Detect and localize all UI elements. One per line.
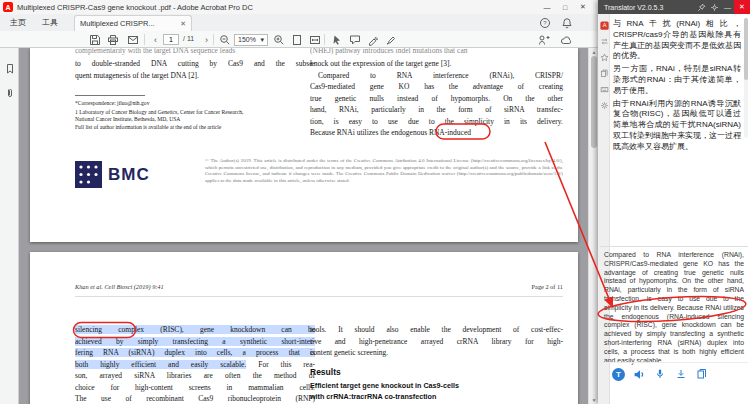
minimize-button[interactable]: — (538, 0, 556, 14)
settings-icon[interactable] (708, 0, 721, 14)
translator-panel: Translator V2.0.5.3 — ✕ A (598, 0, 750, 404)
speaker-icon[interactable] (632, 367, 646, 381)
pdf-text-line: tools. It should also enable the develop… (310, 325, 563, 335)
copyright-text: © The Author(s) 2019. This article is di… (205, 158, 563, 184)
menu-home[interactable]: 主页 (6, 14, 30, 31)
svg-text:?: ? (543, 20, 547, 26)
running-head: Khan et al. Cell Biosci (2019) 9:41 (75, 283, 164, 290)
source-text-english[interactable]: Compared to RNA interference (RNAi), CRI… (604, 251, 744, 365)
footnote-separator (75, 95, 145, 96)
translation-output-chinese[interactable]: 与RNA干扰(RNAi)相比，CRISPR/cas9介导的基因敲除具有产生真正的… (613, 19, 741, 155)
document-view[interactable]: complementarity with the target DNA sequ… (19, 48, 598, 404)
pdf-text-line: The use of recombinant Cas9 ribonucleopr… (75, 394, 315, 404)
pdf-text-line: complementarity with the target DNA sequ… (75, 48, 315, 56)
copy-icon[interactable] (599, 68, 610, 79)
microphone-icon[interactable] (653, 367, 667, 381)
translation-paragraph: 由于RNAi利用内源的RNA诱导沉默复合物(RISC)，基因敲低可以通过简单地将… (613, 99, 741, 153)
pdf-text-line-selected: fering RNA (siRNA) duplex into cells, a … (75, 348, 315, 358)
pdf-text-line-rna-induced: Because RNAi utilizes the endogenous RNA… (310, 128, 563, 138)
panel-footer-toolbar: T (612, 366, 709, 382)
panel-divider (600, 246, 748, 247)
zoom-out-icon[interactable] (218, 33, 231, 46)
swap-languages-icon[interactable] (599, 36, 610, 47)
acrobat-window: A Multiplexed CRISPR-Cas9 gene knockout … (0, 0, 750, 404)
panel-scrollbar-thumb[interactable] (744, 18, 748, 80)
document-tab-label: Multiplexed CRISPR... (80, 19, 155, 28)
email-icon[interactable] (126, 33, 139, 46)
page-number-input[interactable] (163, 34, 179, 45)
pdf-text-line: Compared to RNA interference (RNAi), CRI… (310, 71, 563, 81)
page-number-label: Page 2 of 11 (532, 283, 563, 290)
pdf-page-1: complementarity with the target DNA sequ… (30, 48, 578, 242)
scrollbar-thumb[interactable] (591, 56, 597, 148)
comment-icon[interactable] (348, 33, 361, 46)
translation-paragraph: 另一方面，RNAi，特别是siRNA转染形式的RNAi：由于其传递简单，易于使用… (613, 64, 741, 96)
zoom-in-icon[interactable] (272, 33, 285, 46)
pdf-text-line: tive and high-penetrance arrayed crRNA l… (310, 337, 563, 347)
results-subheading: with crRNA:tracrRNA co-transfection (310, 392, 436, 401)
pdf-text-line: choice for high-content screens in mamma… (75, 383, 315, 393)
highlighter-icon[interactable] (366, 33, 379, 46)
fit-width-icon[interactable] (308, 33, 321, 46)
pdf-text-line: son, arrayed siRNA libraries are often t… (75, 371, 315, 381)
pdf-page-2: Khan et al. Cell Biosci (2019) 9:41 Page… (30, 252, 578, 404)
copy-result-icon[interactable] (695, 367, 709, 381)
document-scrollbar[interactable]: ▲ ▼ (588, 48, 598, 404)
pdf-text-line: Cas9-mediated gene KO has the advantage … (310, 82, 563, 92)
pdf-text-line: true genetic nulls instead of hypomorphs… (310, 94, 563, 104)
previous-page-icon[interactable]: ‹ (149, 33, 162, 46)
document-tab[interactable]: Multiplexed CRISPR... ✕ (74, 15, 192, 31)
window-title: Multiplexed CRISPR-Cas9 gene knockout .p… (17, 3, 253, 12)
next-page-icon[interactable]: › (200, 33, 213, 46)
bmc-logo-text: BMC (108, 165, 150, 185)
bookmark-icon[interactable] (3, 62, 16, 75)
panel-minimize-icon[interactable]: — (721, 0, 734, 14)
page-header: Khan et al. Cell Biosci (2019) 9:41 Page… (75, 283, 563, 290)
tab-close-icon[interactable]: ✕ (180, 20, 186, 28)
pdf-text-line: to double-stranded DNA cutting by Cas9 a… (75, 59, 315, 69)
bell-icon[interactable] (560, 16, 574, 30)
star-icon[interactable] (599, 52, 610, 63)
select-tool-icon[interactable] (330, 33, 343, 46)
attachment-icon[interactable] (3, 86, 16, 99)
download-icon[interactable] (674, 367, 688, 381)
pdf-text-line: knock out the expression of the target g… (310, 59, 563, 69)
svg-text:A: A (602, 22, 606, 28)
pdf-text-line: tion, is easy to use due to the simplici… (310, 117, 563, 127)
pdf-text-line-selected: silencing complex (RISC), gene knockdown… (75, 325, 315, 335)
results-subheading: Efficient target gene knockout in Cas9-c… (310, 381, 459, 390)
fit-page-icon[interactable] (290, 33, 303, 46)
print-icon[interactable] (106, 33, 119, 46)
panel-scrollbar[interactable] (744, 18, 748, 138)
panel-close-button[interactable]: ✕ (734, 0, 750, 14)
translator-title-bar: Translator V2.0.5.3 — ✕ (598, 0, 750, 14)
acrobat-logo-icon: A (3, 2, 13, 12)
scroll-down-icon[interactable]: ▼ (589, 397, 598, 403)
menu-tools[interactable]: 工具 (38, 14, 62, 31)
panel-footer-divider (600, 362, 748, 363)
pdf-text-line: hand, RNAi, particularly in the form of … (310, 105, 563, 115)
footnote-correspondence: *Correspondence: jiluo@nih.gov (75, 99, 149, 107)
maximize-button[interactable]: □ (556, 0, 574, 14)
translator-engine-badge-icon[interactable]: T (612, 368, 625, 381)
toolbar-divider (213, 34, 214, 45)
scroll-up-icon[interactable]: ▲ (589, 49, 598, 55)
cloud-icon[interactable] (559, 33, 572, 46)
toolbar-divider (144, 34, 145, 45)
window-controls: — □ ✕ (538, 0, 592, 14)
pdf-text-line: quent mutagenesis of the target DNA [2]. (75, 71, 315, 81)
gear-icon[interactable] (599, 100, 610, 111)
help-icon[interactable]: ? (538, 16, 552, 30)
results-heading: Results (310, 367, 341, 377)
keyboard-icon[interactable] (599, 84, 610, 95)
pin-icon[interactable] (695, 0, 708, 14)
sign-pen-icon[interactable] (384, 33, 397, 46)
zoom-level-value: 150% (238, 36, 256, 43)
close-button[interactable]: ✕ (574, 0, 592, 14)
translate-icon[interactable]: A (599, 20, 610, 31)
pdf-text-line: (NHEJ) pathway introduces indel mutation… (310, 48, 563, 56)
share-icon[interactable] (537, 33, 550, 46)
zoom-level-select[interactable]: 150% ▾ (234, 34, 268, 46)
footnote-note: Full list of author information is avail… (75, 123, 221, 131)
save-icon[interactable] (88, 33, 101, 46)
